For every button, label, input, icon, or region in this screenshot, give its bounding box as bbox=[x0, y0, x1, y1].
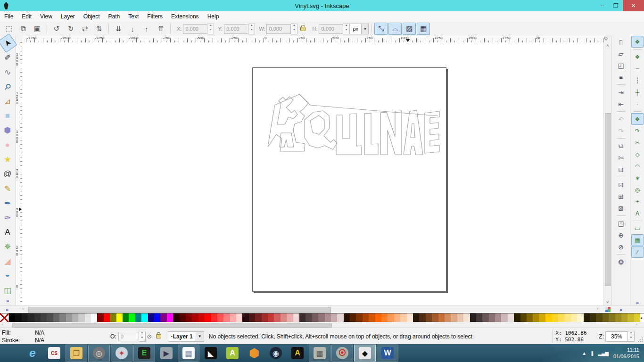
color-swatch[interactable] bbox=[78, 313, 84, 322]
commands-overflow-button[interactable]: » bbox=[619, 307, 622, 313]
artwork-path[interactable] bbox=[305, 111, 337, 149]
move-patterns-toggle[interactable]: ▦ bbox=[417, 23, 430, 35]
spray-tool[interactable]: ✵ bbox=[0, 240, 15, 254]
color-swatch[interactable] bbox=[501, 313, 507, 322]
palette-end-arrow[interactable]: ◂ bbox=[640, 313, 644, 322]
open-button[interactable]: ▱ bbox=[615, 48, 627, 59]
dimension-lock-icon[interactable] bbox=[300, 27, 305, 31]
color-swatch[interactable] bbox=[520, 313, 527, 322]
color-swatch[interactable] bbox=[596, 313, 602, 322]
box3d-tool[interactable]: ⬢ bbox=[0, 123, 15, 137]
snap-page-border-toggle[interactable]: ▭ bbox=[631, 222, 644, 234]
color-swatch[interactable] bbox=[205, 313, 211, 322]
color-swatch[interactable] bbox=[9, 313, 15, 322]
zoom-input[interactable]: 35% bbox=[605, 331, 628, 342]
move-gradients-toggle[interactable]: ▨ bbox=[403, 23, 416, 35]
snap-bbox-midpoints-toggle[interactable]: ┼ bbox=[631, 86, 644, 98]
undo-button[interactable]: ↶ bbox=[615, 113, 627, 125]
raise-to-top-button[interactable]: ⇈ bbox=[154, 23, 167, 35]
color-swatch[interactable] bbox=[281, 313, 287, 322]
snap-bbox-edges-toggle[interactable]: ┄ bbox=[631, 63, 644, 74]
snap-more-button[interactable]: » bbox=[636, 300, 639, 305]
color-swatch[interactable] bbox=[482, 313, 488, 322]
toolbox-overflow-button[interactable]: » bbox=[6, 307, 8, 313]
artwork-path[interactable] bbox=[310, 115, 324, 134]
color-swatch[interactable] bbox=[198, 313, 205, 322]
color-swatch[interactable] bbox=[148, 313, 154, 322]
color-swatch[interactable] bbox=[211, 313, 217, 322]
h-field-spinner[interactable]: ▲▼ bbox=[343, 24, 350, 34]
tray-expand-icon[interactable]: ▲ bbox=[582, 351, 586, 356]
ellipse-tool[interactable]: ● bbox=[0, 138, 15, 152]
color-swatch[interactable] bbox=[186, 313, 192, 322]
x-field[interactable]: 0.000 bbox=[183, 24, 207, 34]
horizontal-ruler[interactable]: -1750-1500-1250-1000-750-500-25002505007… bbox=[22, 36, 603, 43]
menu-path[interactable]: Path bbox=[104, 12, 124, 21]
snap-intersections-toggle[interactable]: ✂ bbox=[631, 137, 644, 148]
color-swatch[interactable] bbox=[426, 313, 432, 322]
terminal-icon[interactable]: E bbox=[133, 345, 155, 362]
snap-guides-toggle[interactable]: ∕ bbox=[631, 246, 644, 258]
color-swatch[interactable] bbox=[514, 313, 520, 322]
color-swatch[interactable] bbox=[470, 313, 476, 322]
eraser-tool[interactable]: ◢ bbox=[0, 255, 15, 268]
flip-horizontal-button[interactable]: ⇄ bbox=[78, 23, 91, 35]
restore-button[interactable]: ❐ bbox=[609, 0, 623, 11]
zoom-spinner[interactable]: ▲▼ bbox=[628, 331, 635, 342]
palette-scroll-left-arrow[interactable]: ‹ bbox=[2, 322, 3, 328]
zoom-tool[interactable]: ⚲ bbox=[0, 77, 17, 97]
create-clone-button[interactable]: ⊕ bbox=[615, 229, 627, 241]
file-explorer-icon[interactable]: ❒ bbox=[66, 345, 87, 362]
snap-paths-toggle[interactable]: ↷ bbox=[631, 125, 644, 137]
color-swatch[interactable] bbox=[564, 313, 570, 322]
duplicate-button[interactable]: ◳ bbox=[615, 217, 627, 229]
palette-scroll-right-arrow[interactable]: › bbox=[636, 322, 637, 328]
menu-help[interactable]: Help bbox=[203, 12, 223, 21]
horizontal-scroll-thumb[interactable] bbox=[28, 307, 331, 313]
bezier-pen-tool[interactable]: ✒ bbox=[0, 197, 15, 210]
color-swatch[interactable] bbox=[293, 313, 299, 322]
palette-scroll-thumb[interactable] bbox=[12, 323, 332, 328]
artwork-path[interactable] bbox=[404, 110, 423, 155]
color-swatch[interactable] bbox=[621, 313, 627, 322]
video-app-icon[interactable]: ▶ bbox=[156, 345, 177, 361]
color-swatch[interactable] bbox=[527, 313, 533, 322]
fill-stroke-indicator[interactable]: Fill:N/A Stroke:N/A bbox=[0, 329, 110, 344]
vertical-scrollbar[interactable]: ˄ ˅ bbox=[603, 42, 611, 305]
internet-explorer-icon[interactable]: e bbox=[22, 345, 43, 361]
scale-corners-toggle[interactable]: ⌓ bbox=[388, 23, 402, 35]
network-signal-icon[interactable]: ▂▄▆ bbox=[598, 351, 608, 356]
dark-app-icon[interactable]: ◣ bbox=[200, 345, 221, 361]
color-swatch[interactable] bbox=[312, 313, 318, 322]
color-swatch[interactable] bbox=[268, 313, 274, 322]
raise-button[interactable]: ↑ bbox=[140, 23, 153, 35]
color-swatch[interactable] bbox=[91, 313, 97, 322]
artwork-path[interactable] bbox=[268, 94, 308, 151]
color-swatch[interactable] bbox=[394, 313, 400, 322]
zoom-selection-button[interactable]: ⊡ bbox=[615, 179, 627, 190]
lower-to-bottom-button[interactable]: ⇊ bbox=[112, 23, 125, 35]
color-swatch[interactable] bbox=[236, 313, 242, 322]
color-swatch[interactable] bbox=[552, 313, 558, 322]
color-swatch[interactable] bbox=[262, 313, 268, 322]
color-swatch[interactable] bbox=[116, 313, 123, 322]
vinyl-outline-artwork[interactable] bbox=[253, 68, 446, 291]
spiral-tool[interactable]: @ bbox=[0, 167, 15, 181]
artwork-path[interactable] bbox=[336, 114, 362, 155]
color-swatch[interactable] bbox=[110, 313, 116, 322]
steam-icon[interactable]: ◉ bbox=[265, 345, 286, 361]
snap-smooth-nodes-toggle[interactable]: ◠ bbox=[631, 160, 644, 172]
rotate-cw-button[interactable]: ↻ bbox=[64, 23, 77, 35]
snap-enable-toggle[interactable]: ❖ bbox=[631, 36, 644, 48]
scroll-right-arrow[interactable]: › bbox=[597, 306, 598, 311]
snap-text-baseline-toggle[interactable]: A bbox=[631, 207, 644, 219]
color-swatch[interactable] bbox=[413, 313, 419, 322]
color-swatch[interactable] bbox=[217, 313, 223, 322]
menu-file[interactable]: File bbox=[0, 12, 17, 21]
color-swatch[interactable] bbox=[615, 313, 621, 322]
color-swatch[interactable] bbox=[230, 313, 236, 322]
vertical-scroll-thumb[interactable] bbox=[605, 113, 611, 286]
color-swatch[interactable] bbox=[407, 313, 413, 322]
layer-lock-icon[interactable] bbox=[156, 334, 161, 338]
chevron-down-icon[interactable]: ▼ bbox=[361, 24, 368, 34]
